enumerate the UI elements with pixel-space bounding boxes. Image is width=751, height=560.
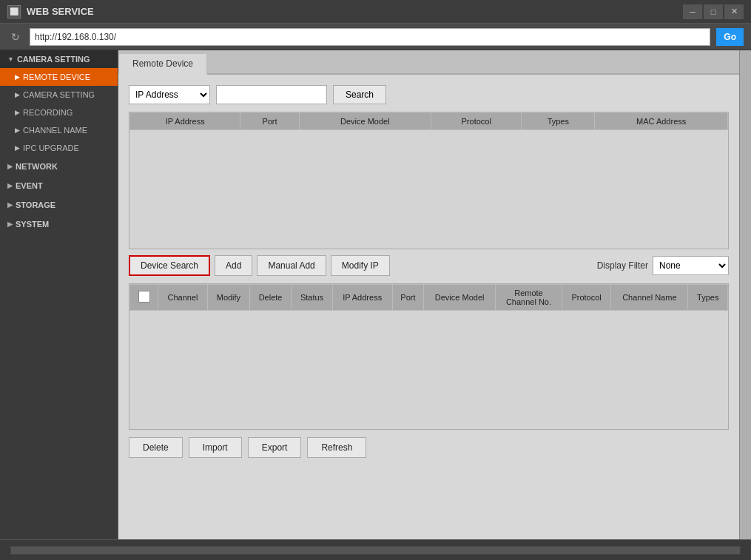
lower-table-scroll[interactable] <box>129 311 728 429</box>
item-arrow-icon: ▶ <box>15 91 20 98</box>
camera-setting-label: CAMERA SETTING <box>17 55 90 64</box>
item-arrow-icon: ▶ <box>7 220 13 228</box>
sidebar-main-label: EVENT <box>16 181 43 190</box>
sidebar-item-label: CAMERA SETTING <box>23 90 95 99</box>
sidebar-item-event[interactable]: ▶ EVENT <box>0 176 118 195</box>
upper-device-table-container: IP Address Port Device Model Protocol Ty… <box>129 112 729 249</box>
address-bar: ↻ Go <box>0 24 751 50</box>
add-button[interactable]: Add <box>215 255 252 276</box>
right-scrollbar[interactable] <box>739 50 751 539</box>
col-port-lower: Port <box>392 285 424 311</box>
sidebar-item-storage[interactable]: ▶ STORAGE <box>0 195 118 215</box>
sidebar-item-camera-setting[interactable]: ▶ CAMERA SETTING <box>0 86 118 104</box>
search-type-select[interactable]: IP Address MAC Address Device Model <box>129 85 210 104</box>
lower-device-table-container: Channel Modify Delete Status IP Address … <box>129 283 729 430</box>
col-channel: Channel <box>158 285 208 311</box>
item-arrow-icon: ▶ <box>15 109 20 116</box>
action-buttons-row: Device Search Add Manual Add Modify IP D… <box>129 255 729 276</box>
col-ip-address: IP Address <box>130 113 240 130</box>
page-refresh-button[interactable]: ↻ <box>7 29 24 45</box>
col-mac-address: MAC Address <box>595 113 728 130</box>
item-arrow-icon: ▶ <box>7 201 13 209</box>
delete-button[interactable]: Delete <box>129 437 183 458</box>
col-device-model: Device Model <box>299 113 431 130</box>
close-button[interactable]: ✕ <box>724 4 744 19</box>
sidebar-item-network[interactable]: ▶ NETWORK <box>0 157 118 176</box>
window-controls: ─ □ ✕ <box>683 4 744 19</box>
import-button[interactable]: Import <box>189 437 242 458</box>
upper-table-scroll[interactable] <box>129 130 728 249</box>
camera-setting-section[interactable]: ▼ CAMERA SETTING <box>0 50 118 68</box>
item-arrow-icon: ▶ <box>15 126 20 134</box>
display-filter-label: Display Filter <box>597 260 648 271</box>
bottom-buttons-row: Delete Import Export Refresh <box>129 437 729 458</box>
col-delete: Delete <box>249 285 291 311</box>
item-arrow-icon: ▶ <box>7 182 13 189</box>
sidebar-item-label: RECORDING <box>23 108 73 117</box>
content-inner: IP Address MAC Address Device Model Sear… <box>118 75 739 468</box>
search-button[interactable]: Search <box>333 85 386 104</box>
item-arrow-icon: ▶ <box>15 144 20 152</box>
section-arrow-icon: ▼ <box>7 55 14 63</box>
display-filter-row: Display Filter None All Connected Discon… <box>597 256 729 275</box>
restore-button[interactable]: □ <box>704 4 723 19</box>
sidebar-item-channel-name[interactable]: ▶ CHANNEL NAME <box>0 121 118 139</box>
col-channel-name: Channel Name <box>611 285 688 311</box>
sidebar-main-label: SYSTEM <box>16 220 49 229</box>
export-button[interactable]: Export <box>248 437 302 458</box>
col-remote-channel: RemoteChannel No. <box>495 285 562 311</box>
refresh-icon: ↻ <box>11 31 20 43</box>
col-ip-address-lower: IP Address <box>332 285 392 311</box>
sidebar-item-label: CHANNEL NAME <box>23 126 87 135</box>
modify-ip-button[interactable]: Modify IP <box>331 255 390 276</box>
sidebar-item-label: IPC UPGRADE <box>23 144 79 152</box>
main-layout: ▼ CAMERA SETTING ▶ REMOTE DEVICE ▶ CAMER… <box>0 50 751 539</box>
sidebar: ▼ CAMERA SETTING ▶ REMOTE DEVICE ▶ CAMER… <box>0 50 118 539</box>
address-input[interactable] <box>30 28 710 46</box>
sidebar-item-recording[interactable]: ▶ RECORDING <box>0 104 118 121</box>
col-port: Port <box>240 113 299 130</box>
sidebar-item-label: REMOTE DEVICE <box>23 72 90 81</box>
item-arrow-icon: ▶ <box>7 163 13 170</box>
sidebar-main-label: NETWORK <box>16 162 58 171</box>
manual-add-button[interactable]: Manual Add <box>257 255 326 276</box>
lower-device-table: Channel Modify Delete Status IP Address … <box>129 284 728 311</box>
col-types-lower: Types <box>688 285 728 311</box>
col-status: Status <box>292 285 333 311</box>
sidebar-item-remote-device[interactable]: ▶ REMOTE DEVICE <box>0 68 118 86</box>
content-area: Remote Device IP Address MAC Address Dev… <box>118 50 739 539</box>
search-row: IP Address MAC Address Device Model Sear… <box>129 85 729 104</box>
sidebar-main-label: STORAGE <box>16 200 55 209</box>
app-icon: ⬜ <box>7 5 21 18</box>
sidebar-item-system[interactable]: ▶ SYSTEM <box>0 215 118 234</box>
tab-bar: Remote Device <box>118 50 739 75</box>
col-device-model-lower: Device Model <box>424 285 495 311</box>
app-title: WEB SERVICE <box>27 6 677 17</box>
title-bar: ⬜ WEB SERVICE ─ □ ✕ <box>0 0 751 24</box>
sidebar-item-ipc-upgrade[interactable]: ▶ IPC UPGRADE <box>0 139 118 157</box>
horizontal-scrollbar[interactable] <box>10 546 741 555</box>
col-protocol-lower: Protocol <box>562 285 611 311</box>
minimize-button[interactable]: ─ <box>683 4 702 19</box>
upper-device-table: IP Address Port Device Model Protocol Ty… <box>129 112 728 130</box>
device-search-button[interactable]: Device Search <box>129 255 210 276</box>
col-protocol: Protocol <box>431 113 522 130</box>
go-button[interactable]: Go <box>716 28 744 46</box>
select-all-checkbox[interactable] <box>138 291 150 303</box>
col-checkbox <box>130 285 158 311</box>
display-filter-select[interactable]: None All Connected Disconnected <box>653 256 729 275</box>
item-arrow-icon: ▶ <box>15 73 20 81</box>
tab-remote-device[interactable]: Remote Device <box>118 53 207 75</box>
search-value-input[interactable] <box>216 85 327 104</box>
col-types: Types <box>522 113 595 130</box>
col-modify: Modify <box>207 285 249 311</box>
status-bar <box>0 539 751 560</box>
refresh-button[interactable]: Refresh <box>307 437 366 458</box>
